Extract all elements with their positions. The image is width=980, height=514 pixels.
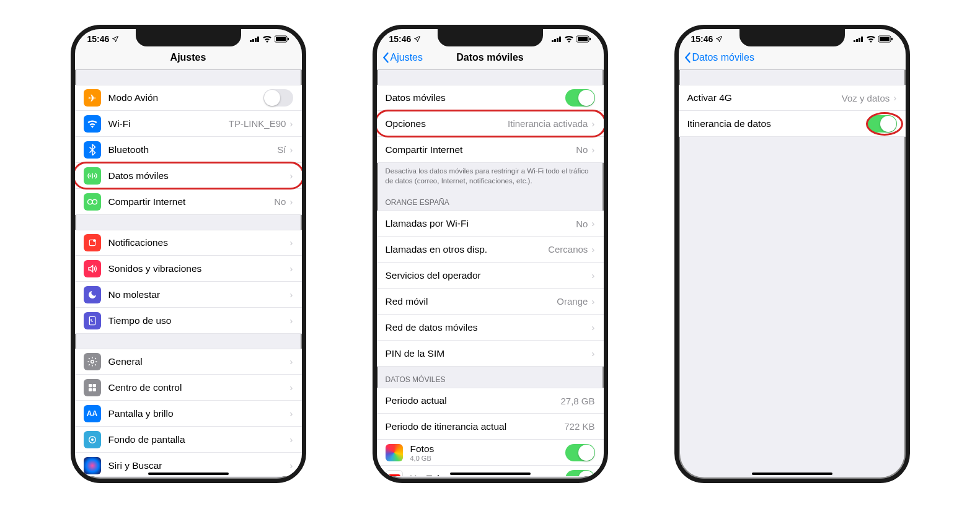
chevron-right-icon: › (591, 218, 594, 229)
youtube-toggle[interactable] (565, 470, 595, 476)
home-indicator[interactable] (450, 473, 531, 475)
svg-point-18 (91, 438, 94, 441)
chevron-right-icon: › (591, 244, 594, 255)
row-notifications[interactable]: Notificaciones › (75, 230, 302, 256)
row-label: Fotos (410, 443, 435, 455)
notch (438, 29, 543, 46)
row-wallpaper[interactable]: Fondo de pantalla › (75, 427, 302, 453)
page-title: Ajustes (170, 52, 206, 63)
row-value: No (576, 219, 588, 229)
svg-rect-3 (257, 37, 259, 42)
chevron-right-icon: › (289, 170, 293, 181)
notifications-icon (84, 234, 101, 251)
row-cellular-data[interactable]: Datos móviles (377, 85, 604, 111)
chevron-right-icon: › (289, 315, 293, 326)
svg-rect-6 (288, 38, 289, 40)
options-list[interactable]: Activar 4G Voz y datos › Itinerancia de … (679, 70, 906, 476)
chevron-right-icon: › (289, 460, 293, 471)
row-label: General (108, 356, 286, 367)
chevron-right-icon: › (591, 144, 594, 155)
row-label: Opciones (386, 118, 503, 129)
chevron-right-icon: › (289, 263, 293, 274)
row-roaming[interactable]: Itinerancia de datos (679, 111, 906, 137)
row-data-network[interactable]: Red de datos móviles › (377, 315, 604, 341)
svg-rect-1 (252, 39, 254, 42)
chevron-right-icon: › (591, 348, 594, 359)
row-roaming-period[interactable]: Periodo de itinerancia actual 722 KB (377, 414, 604, 440)
phone-cellular: 15:46 Ajustes Datos móviles Datos móvile… (373, 25, 608, 483)
row-airplane[interactable]: ✈ Modo Avión (75, 85, 302, 111)
svg-rect-27 (854, 40, 855, 42)
notch (136, 29, 241, 46)
home-indicator[interactable] (752, 473, 832, 475)
back-button[interactable]: Ajustes (382, 52, 423, 63)
row-options[interactable]: Opciones Itinerancia activada › (377, 111, 604, 137)
svg-rect-22 (559, 37, 561, 42)
row-value: Voz y datos (842, 93, 890, 103)
signal-icon (552, 36, 562, 42)
svg-point-8 (92, 199, 97, 204)
row-control-center[interactable]: Centro de control › (75, 375, 302, 401)
back-label: Ajustes (391, 52, 423, 63)
dnd-icon (84, 286, 101, 303)
nav-bar: Datos móviles (679, 45, 906, 70)
row-wifi-calling[interactable]: Llamadas por Wi-Fi No › (377, 211, 604, 237)
row-other-calls[interactable]: Llamadas en otros disp. Cercanos › (377, 237, 604, 263)
row-cellular[interactable]: Datos móviles › (75, 163, 302, 189)
screentime-icon (84, 312, 101, 329)
row-sim-pin[interactable]: PIN de la SIM › (377, 341, 604, 367)
bluetooth-icon (84, 141, 101, 159)
row-dnd[interactable]: No molestar › (75, 282, 302, 308)
row-screentime[interactable]: Tiempo de uso › (75, 308, 302, 334)
row-network[interactable]: Red móvil Orange › (377, 289, 604, 315)
back-button[interactable]: Datos móviles (684, 52, 754, 63)
row-label: Modo Avión (108, 92, 263, 103)
chevron-right-icon: › (591, 322, 594, 333)
svg-rect-14 (92, 384, 95, 387)
row-label: Tiempo de uso (108, 315, 286, 326)
svg-rect-26 (388, 474, 400, 476)
row-label: Compartir Internet (386, 144, 572, 155)
svg-rect-16 (92, 388, 95, 391)
location-icon (112, 35, 119, 43)
row-hotspot[interactable]: Compartir Internet No › (377, 137, 604, 163)
group-header: ORANGE ESPAÑA (377, 189, 604, 211)
settings-list[interactable]: ✈ Modo Avión Wi-Fi TP-LINK_E90 › Bluetoo… (75, 70, 302, 476)
general-icon (84, 353, 101, 370)
chevron-right-icon: › (289, 408, 293, 419)
chevron-right-icon: › (591, 270, 594, 281)
svg-rect-0 (250, 40, 252, 42)
svg-rect-13 (89, 384, 92, 387)
status-time: 15:46 (691, 34, 713, 44)
svg-rect-11 (89, 316, 95, 325)
nav-bar: Ajustes Datos móviles (377, 45, 604, 70)
row-bluetooth[interactable]: Bluetooth Sí › (75, 137, 302, 163)
row-value: Orange (557, 296, 588, 307)
row-wifi[interactable]: Wi-Fi TP-LINK_E90 › (75, 111, 302, 137)
row-general[interactable]: General › (75, 349, 302, 375)
row-label: Red de datos móviles (386, 322, 588, 333)
cellular-toggle[interactable] (565, 89, 595, 107)
row-value: 722 KB (564, 421, 594, 432)
cellular-list[interactable]: Datos móviles Opciones Itinerancia activ… (377, 70, 604, 476)
airplane-toggle[interactable] (263, 89, 293, 107)
page-title: Datos móviles (456, 52, 523, 63)
row-value: No (576, 144, 588, 155)
row-period[interactable]: Periodo actual 27,8 GB (377, 388, 604, 414)
roaming-toggle[interactable] (867, 115, 897, 133)
phone-options: 15:46 Datos móviles Activar 4G Voz y dat… (674, 25, 910, 483)
status-time: 15:46 (87, 34, 110, 44)
wallpaper-icon (84, 431, 101, 448)
photos-toggle[interactable] (565, 444, 595, 461)
control-center-icon (84, 379, 101, 396)
home-indicator[interactable] (148, 473, 229, 475)
row-photos[interactable]: Fotos 4,0 GB (377, 440, 604, 466)
row-label: Itinerancia de datos (687, 118, 867, 129)
row-enable-4g[interactable]: Activar 4G Voz y datos › (679, 85, 906, 111)
wifi-icon (564, 35, 574, 43)
signal-icon (854, 36, 863, 42)
row-carrier-services[interactable]: Servicios del operador › (377, 263, 604, 289)
row-sounds[interactable]: Sonidos y vibraciones › (75, 256, 302, 282)
row-display[interactable]: AA Pantalla y brillo › (75, 401, 302, 427)
row-hotspot[interactable]: Compartir Internet No › (75, 189, 302, 215)
